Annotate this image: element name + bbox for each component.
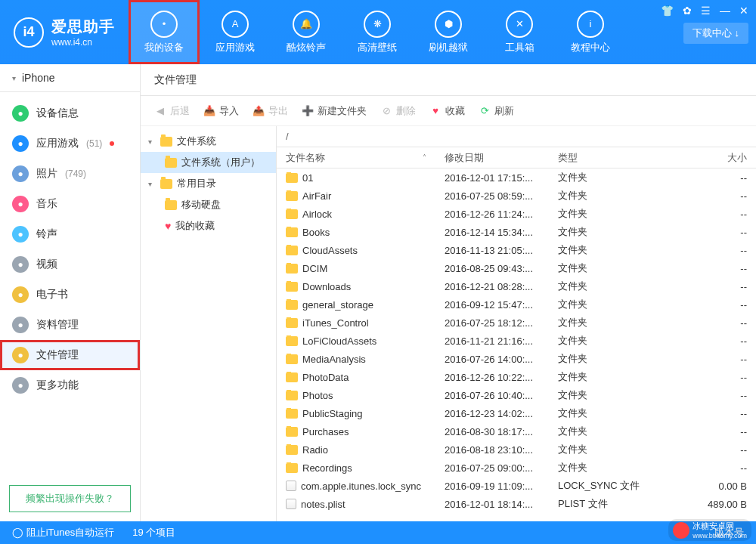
file-name: CloudAssets (302, 245, 358, 256)
file-type: 文件夹 (549, 243, 670, 257)
col-header-date[interactable]: 修改日期 (435, 151, 549, 165)
file-type: 文件夹 (549, 189, 670, 202)
file-name: 01 (302, 172, 313, 184)
sidebar-icon: ● (12, 196, 29, 212)
file-row[interactable]: com.apple.itunes.lock_sync2016-09-19 11:… (277, 477, 756, 495)
nav-flower[interactable]: ❋高清壁纸 (342, 0, 413, 64)
file-row[interactable]: PublicStaging2016-12-23 14:02:...文件夹-- (277, 404, 756, 422)
file-type: PLIST 文件 (549, 497, 670, 511)
itunes-toggle[interactable]: ◯ 阻止iTunes自动运行 (12, 526, 114, 539)
download-center-button[interactable]: 下载中心 ↓ (683, 23, 748, 44)
nav-label: 酷炫铃声 (287, 41, 326, 54)
file-size: -- (670, 172, 756, 184)
file-icon (286, 481, 296, 491)
file-row[interactable]: MediaAnalysis2016-07-26 14:00:...文件夹-- (277, 350, 756, 368)
sidebar-item-6[interactable]: ●电子书 (0, 280, 140, 310)
file-type: 文件夹 (549, 280, 670, 293)
sidebar-item-4[interactable]: ●铃声 (0, 219, 140, 249)
file-size: 0.00 B (670, 481, 756, 492)
box-icon: ⬢ (435, 11, 462, 38)
file-row[interactable]: Books2016-12-14 15:34:...文件夹-- (277, 223, 756, 241)
menu-icon[interactable]: ☰ (701, 5, 711, 17)
folder-icon (165, 158, 177, 168)
file-list[interactable]: 012016-12-01 17:15:...文件夹--AirFair2016-0… (277, 168, 756, 521)
sidebar-item-2[interactable]: ●照片(749) (0, 159, 140, 189)
tree-user-filesystem[interactable]: 文件系统（用户） (141, 152, 276, 173)
file-name: com.apple.itunes.lock_sync (301, 481, 421, 492)
path-bar[interactable]: / (277, 126, 756, 147)
sidebar-item-3[interactable]: ●音乐 (0, 189, 140, 219)
device-selector[interactable]: ▾ iPhone (0, 64, 140, 92)
nav-wrench[interactable]: ✕工具箱 (484, 0, 555, 64)
file-type: 文件夹 (549, 225, 670, 239)
export-button[interactable]: 📤导出 (253, 104, 288, 118)
sidebar-icon: ● (12, 317, 29, 333)
sidebar-item-8[interactable]: ●文件管理 (0, 340, 140, 370)
nav-apple[interactable]: •我的设备 (129, 0, 200, 64)
tree-common-dirs[interactable]: ▾ 常用目录 (141, 173, 276, 194)
file-date: 2016-09-12 15:47:... (435, 299, 549, 311)
file-size: -- (670, 190, 756, 202)
file-name: Recordings (302, 462, 352, 474)
sidebar-item-1[interactable]: ●应用游戏(51) (0, 128, 140, 159)
file-row[interactable]: CloudAssets2016-11-13 21:05:...文件夹-- (277, 241, 756, 259)
close-icon[interactable]: ✕ (739, 5, 748, 17)
back-button[interactable]: ◀后退 (154, 104, 190, 118)
file-name: MediaAnalysis (302, 354, 366, 365)
content-area: 文件管理 ◀后退 📥导入 📤导出 ➕新建文件夹 ⊘删除 ♥收藏 ⟳刷新 ▾ 文件… (141, 64, 756, 521)
help-link[interactable]: 频繁出现操作失败？ (9, 485, 131, 512)
nav-info[interactable]: i教程中心 (555, 0, 626, 64)
file-row[interactable]: 012016-12-01 17:15:...文件夹-- (277, 168, 756, 187)
window-controls: 👕 ✿ ☰ — ✕ (661, 5, 748, 17)
file-row[interactable]: Recordings2016-07-25 09:00:...文件夹-- (277, 459, 756, 477)
import-button[interactable]: 📥导入 (203, 104, 239, 118)
nav-appstore[interactable]: A应用游戏 (200, 0, 271, 64)
file-name: Radio (302, 444, 328, 456)
file-name: DCIM (302, 263, 327, 274)
col-header-name[interactable]: 文件名称 ˄ (277, 151, 435, 165)
file-date: 2016-12-21 08:28:... (435, 281, 549, 292)
file-type: 文件夹 (549, 298, 670, 311)
minimize-icon[interactable]: — (720, 5, 730, 17)
sidebar-item-7[interactable]: ●资料管理 (0, 310, 140, 340)
file-row[interactable]: AirFair2016-07-25 08:59:...文件夹-- (277, 187, 756, 205)
folder-icon (286, 300, 298, 310)
tree-mobile-disk[interactable]: 移动硬盘 (141, 194, 276, 215)
file-type: 文件夹 (549, 370, 670, 384)
sidebar-item-9[interactable]: ●更多功能 (0, 370, 140, 400)
sidebar-item-5[interactable]: ●视频 (0, 249, 140, 280)
file-row[interactable]: Radio2016-08-18 23:10:...文件夹-- (277, 440, 756, 459)
sidebar-icon: ● (12, 256, 29, 273)
nav-label: 工具箱 (505, 41, 534, 54)
file-row[interactable]: LoFiCloudAssets2016-11-21 21:16:...文件夹-- (277, 332, 756, 350)
tree-favorites[interactable]: ♥ 我的收藏 (141, 215, 276, 236)
file-name: iTunes_Control (302, 317, 369, 329)
file-row[interactable]: general_storage2016-09-12 15:47:...文件夹-- (277, 295, 756, 314)
file-row[interactable]: Photos2016-07-26 10:40:...文件夹-- (277, 386, 756, 404)
sidebar-item-0[interactable]: ●设备信息 (0, 98, 140, 128)
file-name: Books (302, 227, 330, 238)
device-name: iPhone (22, 72, 55, 84)
file-row[interactable]: Airlock2016-12-26 11:24:...文件夹-- (277, 205, 756, 223)
settings-icon[interactable]: ✿ (683, 5, 692, 17)
file-date: 2016-07-26 14:00:... (435, 354, 549, 365)
new-folder-button[interactable]: ➕新建文件夹 (302, 104, 367, 118)
shirt-icon[interactable]: 👕 (661, 5, 674, 17)
col-header-size[interactable]: 大小 (670, 151, 756, 165)
refresh-button[interactable]: ⟳刷新 (479, 104, 514, 118)
file-row[interactable]: notes.plist2016-12-01 18:14:...PLIST 文件4… (277, 495, 756, 513)
file-row[interactable]: Purchases2016-08-30 18:17:...文件夹-- (277, 422, 756, 440)
nav-box[interactable]: ⬢刷机越狱 (413, 0, 484, 64)
file-row[interactable]: PhotoData2016-12-26 10:22:...文件夹-- (277, 368, 756, 386)
refresh-icon: ⟳ (479, 105, 491, 117)
favorite-button[interactable]: ♥收藏 (429, 104, 465, 118)
tab-file-manager[interactable]: 文件管理 (154, 73, 197, 87)
nav-bell[interactable]: 🔔酷炫铃声 (271, 0, 342, 64)
col-header-type[interactable]: 类型 (549, 151, 670, 165)
delete-button[interactable]: ⊘删除 (380, 104, 416, 118)
file-date: 2016-12-14 15:34:... (435, 227, 549, 238)
file-row[interactable]: DCIM2016-08-25 09:43:...文件夹-- (277, 259, 756, 277)
tree-root-filesystem[interactable]: ▾ 文件系统 (141, 131, 276, 152)
file-row[interactable]: Downloads2016-12-21 08:28:...文件夹-- (277, 277, 756, 295)
file-row[interactable]: iTunes_Control2016-07-25 18:12:...文件夹-- (277, 314, 756, 332)
